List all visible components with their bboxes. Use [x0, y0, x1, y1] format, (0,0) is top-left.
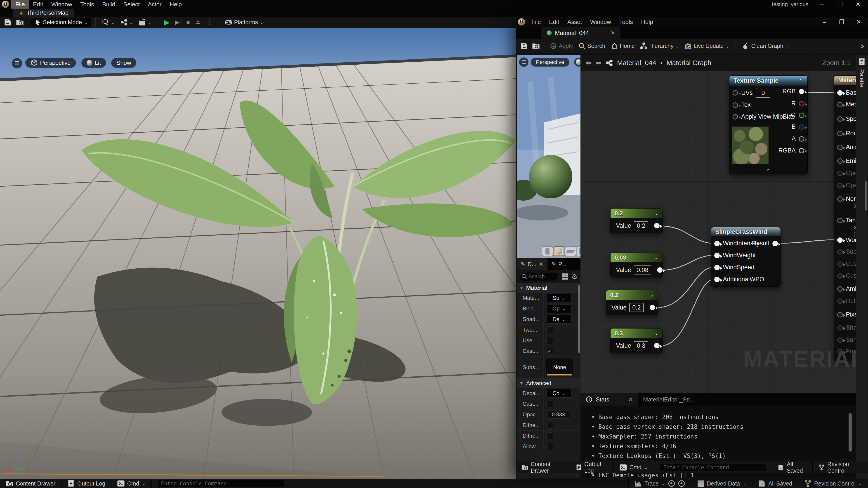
property-checkbox[interactable]: [546, 422, 553, 429]
material-input-row[interactable]: Pixel: [837, 311, 856, 318]
tab-details[interactable]: ✎ D... ✕: [517, 258, 548, 270]
expand-icon[interactable]: ⌄: [766, 166, 770, 172]
menu-item-file[interactable]: File: [11, 0, 29, 8]
hierarchy-dropdown[interactable]: Hierarchy⌄: [638, 42, 682, 50]
revision-control-button[interactable]: Revision Control: [813, 461, 868, 473]
uvs-value-box[interactable]: 0: [756, 88, 770, 98]
gauge-icon[interactable]: [668, 480, 675, 487]
selection-mode-dropdown[interactable]: Selection Mode ⌄: [31, 18, 92, 27]
viewport-perspective-button[interactable]: Perspective: [25, 58, 76, 68]
preview-shape-cube-button[interactable]: [577, 246, 581, 256]
node-simplegrasswind[interactable]: SimpleGrassWind WindIntensityWindWeightW…: [711, 227, 781, 287]
node-pin-row[interactable]: B: [792, 123, 804, 130]
input-pin[interactable]: [837, 261, 843, 267]
node-pin-row[interactable]: RGB: [782, 88, 804, 95]
material-input-row[interactable]: Emis: [837, 158, 856, 164]
add-actor-dropdown[interactable]: ⌄: [99, 19, 118, 26]
menu-item-window[interactable]: Window: [47, 0, 76, 8]
material-input-row[interactable]: Worl: [837, 236, 856, 243]
tab-material-editor-stats[interactable]: MaterialEditor_Str...: [638, 393, 700, 406]
input-pin[interactable]: [837, 325, 843, 330]
property-checkbox[interactable]: [546, 400, 553, 408]
material-input-row[interactable]: Meta: [837, 101, 856, 108]
property-select[interactable]: Co⌄: [546, 389, 572, 398]
section-header-advanced[interactable]: ▼Advanced: [517, 378, 581, 388]
node-constant[interactable]: 0.2⌄Value0.2: [606, 290, 658, 315]
property-checkbox[interactable]: [546, 337, 553, 344]
menu-item-asset[interactable]: Asset: [563, 18, 586, 26]
material-input-row[interactable]: NormX [: [837, 195, 856, 202]
material-input-row[interactable]: Refr: [837, 297, 856, 304]
value-box[interactable]: 0.2: [634, 221, 648, 230]
close-icon[interactable]: ✕: [854, 19, 863, 26]
all-saved-button[interactable]: All Saved: [772, 461, 813, 473]
preview-shape-plane-button[interactable]: [565, 246, 576, 256]
cmd-dropdown[interactable]: Cmd⌄: [614, 461, 654, 473]
material-input-row[interactable]: Opac: [837, 182, 856, 189]
value-box[interactable]: 0.08: [634, 265, 651, 274]
material-asset-tab[interactable]: Material_044 ✕: [541, 27, 620, 39]
menu-item-help[interactable]: Help: [637, 18, 657, 26]
close-tab-icon[interactable]: ✕: [611, 30, 615, 36]
preview-shape-cylinder-button[interactable]: [542, 246, 553, 256]
input-pin[interactable]: [837, 218, 843, 223]
output-log-button[interactable]: Output Log: [570, 461, 614, 473]
palette-panel-tab[interactable]: Palette: [856, 55, 868, 478]
property-select[interactable]: Su⌄: [546, 294, 572, 302]
menu-item-build[interactable]: Build: [98, 0, 119, 8]
skip-frame-button[interactable]: ▶|: [172, 19, 184, 26]
input-pin[interactable]: [837, 249, 843, 255]
material-input-row[interactable]: Subs: [837, 248, 856, 255]
node-pin-row[interactable]: Result: [752, 240, 778, 247]
node-constant[interactable]: 0.3⌄Value0.3: [610, 328, 663, 353]
content-browser-icon[interactable]: [16, 19, 24, 26]
output-pin[interactable]: [654, 223, 659, 228]
toolbar-overflow-icon[interactable]: »: [860, 42, 868, 50]
palette-scrollbar[interactable]: [865, 181, 867, 210]
input-pin[interactable]: [733, 102, 738, 108]
tab-parameters[interactable]: ✎ P...: [548, 258, 570, 270]
node-pin-row[interactable]: R: [792, 100, 804, 107]
material-input-row[interactable]: Surf: [837, 336, 856, 344]
play-button[interactable]: ▶: [161, 18, 172, 26]
clean-graph-dropdown[interactable]: Clean Graph⌄: [739, 42, 792, 50]
output-pin[interactable]: [799, 112, 804, 118]
node-pin-row[interactable]: Apply View MipBias: [733, 113, 795, 120]
platforms-dropdown[interactable]: Platforms ⌄: [222, 19, 266, 26]
maximize-icon[interactable]: ❐: [835, 1, 844, 8]
property-select[interactable]: De⌄: [546, 315, 572, 324]
eject-button[interactable]: ⏏: [193, 19, 204, 26]
node-pin-row[interactable]: WindSpeed: [714, 264, 754, 271]
material-graph-canvas[interactable]: Texture Sample ⌃ UVs0TexApply View MipBi…: [581, 55, 856, 393]
revision-control-dropdown[interactable]: Revision Control⌄: [798, 479, 868, 488]
apply-button[interactable]: Apply: [547, 42, 576, 50]
menu-item-tools[interactable]: Tools: [76, 0, 98, 8]
viewport-lit-button[interactable]: Lit: [81, 58, 106, 68]
level-tab[interactable]: ▲ ThirdPersonMap: [13, 8, 74, 17]
asset-reference-box[interactable]: None: [546, 359, 573, 376]
back-icon[interactable]: ⬅: [585, 59, 592, 67]
breadcrumb-asset[interactable]: Material_044: [617, 59, 656, 67]
preview-options-icon[interactable]: ☰: [519, 57, 528, 67]
save-icon[interactable]: [4, 19, 11, 26]
expand-icon[interactable]: ⌄: [650, 292, 654, 298]
material-input-row[interactable]: Roug: [837, 130, 856, 137]
home-button[interactable]: Home: [608, 42, 638, 50]
input-pin[interactable]: [837, 102, 843, 107]
node-pin-row[interactable]: G: [791, 111, 804, 119]
save-icon[interactable]: [521, 42, 528, 50]
menu-item-edit[interactable]: Edit: [545, 18, 563, 26]
input-pin[interactable]: [733, 90, 738, 96]
menu-item-help[interactable]: Help: [166, 0, 186, 8]
material-input-row[interactable]: Anis: [837, 144, 856, 151]
close-icon[interactable]: ✕: [628, 396, 633, 403]
menu-item-actor[interactable]: Actor: [144, 0, 166, 8]
input-pin[interactable]: [837, 90, 843, 96]
node-pin-row[interactable]: UVs0: [733, 88, 770, 98]
material-input-row[interactable]: TangX [: [837, 217, 856, 224]
console-command-input[interactable]: [660, 464, 766, 471]
output-log-button[interactable]: Output Log: [61, 479, 112, 488]
input-pin[interactable]: [837, 144, 843, 150]
menu-item-file[interactable]: File: [527, 18, 545, 26]
property-select[interactable]: Op⌄: [546, 304, 572, 313]
